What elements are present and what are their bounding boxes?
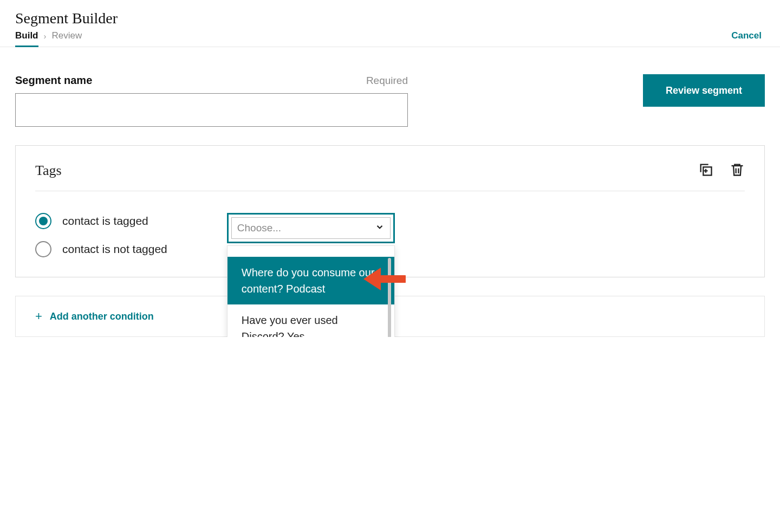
tags-panel-actions bbox=[698, 162, 745, 179]
tags-panel-title: Tags bbox=[35, 163, 62, 179]
required-indicator: Required bbox=[366, 75, 408, 87]
header-bar: Segment Builder Build › Review Cancel bbox=[0, 0, 780, 47]
segment-name-field: Segment name Required bbox=[15, 74, 408, 127]
condition-row: contact is tagged contact is not tagged … bbox=[35, 213, 745, 257]
breadcrumb-build-step[interactable]: Build bbox=[15, 30, 38, 47]
radio-tagged[interactable]: contact is tagged bbox=[35, 213, 167, 229]
radio-checked-icon bbox=[35, 213, 51, 229]
segment-name-input[interactable] bbox=[15, 93, 408, 127]
annotation-arrow-icon bbox=[357, 264, 406, 296]
tags-panel: Tags bbox=[15, 145, 765, 277]
plus-icon: + bbox=[35, 309, 42, 323]
body-area: Segment name Required Review segment Tag… bbox=[0, 47, 780, 337]
breadcrumb-row: Build › Review Cancel bbox=[15, 30, 765, 47]
segment-name-label: Segment name bbox=[15, 74, 92, 87]
page-title: Segment Builder bbox=[15, 10, 765, 27]
radio-not-tagged-label: contact is not tagged bbox=[62, 243, 167, 256]
breadcrumb-review-step[interactable]: Review bbox=[52, 30, 82, 41]
tags-panel-header: Tags bbox=[35, 162, 745, 179]
radio-not-tagged[interactable]: contact is not tagged bbox=[35, 241, 167, 257]
chevron-down-icon bbox=[375, 222, 385, 234]
trash-icon bbox=[730, 171, 745, 179]
add-condition-label: Add another condition bbox=[50, 311, 154, 322]
duplicate-icon bbox=[698, 171, 713, 179]
delete-button[interactable] bbox=[730, 162, 745, 179]
divider bbox=[35, 191, 745, 191]
breadcrumb: Build › Review bbox=[15, 30, 82, 47]
radio-unchecked-icon bbox=[35, 241, 51, 257]
segment-name-label-row: Segment name Required bbox=[15, 74, 408, 87]
dropdown-option-1[interactable]: Have you ever used Discord? Yes bbox=[227, 304, 394, 337]
review-segment-button[interactable]: Review segment bbox=[643, 74, 765, 107]
cancel-link[interactable]: Cancel bbox=[731, 30, 765, 47]
chevron-right-icon: › bbox=[44, 31, 47, 41]
tag-select: Choose... Where do you consume our conte… bbox=[227, 213, 395, 257]
segment-name-row: Segment name Required Review segment bbox=[15, 74, 765, 127]
duplicate-button[interactable] bbox=[698, 162, 713, 179]
tag-radio-group: contact is tagged contact is not tagged bbox=[35, 213, 167, 257]
tag-select-placeholder: Choose... bbox=[237, 222, 281, 234]
tag-select-trigger[interactable]: Choose... bbox=[227, 213, 395, 243]
radio-tagged-label: contact is tagged bbox=[62, 215, 148, 228]
